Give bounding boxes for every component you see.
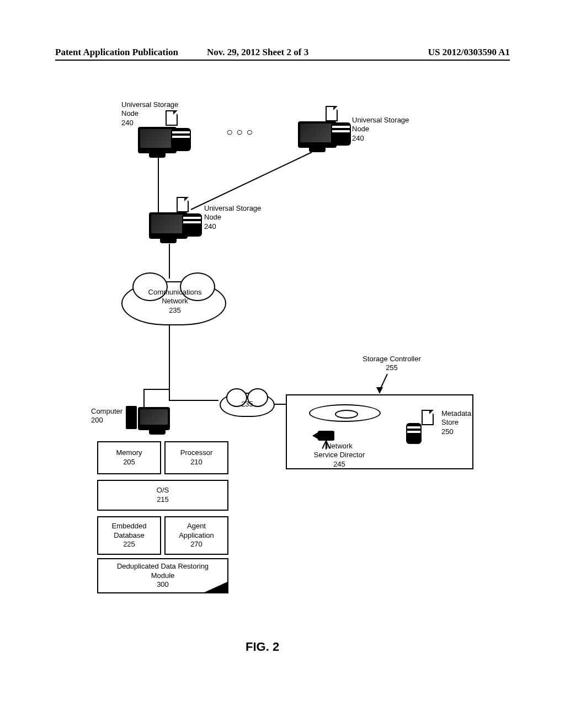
connector-line <box>169 400 218 401</box>
cloud-main-ref: 235 <box>169 306 181 314</box>
storage-controller-label-text: Storage Controller <box>363 355 421 363</box>
connector-svg <box>55 83 510 303</box>
embedded-label-line2: Database <box>114 531 145 539</box>
disk-icon <box>309 404 381 422</box>
computer-label: Computer 200 <box>91 407 122 425</box>
computer-ref: 200 <box>91 416 103 424</box>
metadata-store-label-line2: Store <box>441 418 459 426</box>
agent-ref: 270 <box>190 540 202 548</box>
nsd-label-line1: Network <box>326 442 353 450</box>
memory-label: Memory <box>116 448 142 457</box>
figure-caption: FIG. 2 <box>246 640 279 654</box>
metadata-store-label-line1: Metadata <box>441 409 471 417</box>
cloud-small-ref-label: 235 <box>232 400 263 409</box>
cloud-main-label-line2: Network <box>162 297 188 305</box>
nsd-label-line2: Service Director <box>314 451 365 459</box>
metadata-store-label: Metadata Store 250 <box>441 409 471 436</box>
storage-controller-label: Storage Controller 255 <box>353 355 430 373</box>
dedup-label-line1: Deduplicated Data Restoring <box>117 562 209 570</box>
processor-ref: 210 <box>190 458 202 466</box>
processor-label: Processor <box>180 448 213 457</box>
nsd-ref: 245 <box>333 460 345 468</box>
os-ref: 215 <box>157 495 169 504</box>
embedded-db-box: Embedded Database 225 <box>97 516 161 555</box>
camera-icon <box>318 431 334 441</box>
embedded-label-line1: Embedded <box>112 522 147 530</box>
memory-box: Memory 205 <box>97 441 161 474</box>
monitor-icon <box>138 407 170 430</box>
nsd-label: Network Service Director 245 <box>303 442 375 469</box>
tower-icon <box>126 406 137 429</box>
dedup-label-line2: Module <box>151 571 175 580</box>
storage-controller-ref: 255 <box>386 363 398 372</box>
page-icon <box>422 410 434 425</box>
cloud-main-label-line1: Communications <box>148 288 202 296</box>
svg-line-0 <box>191 152 312 210</box>
metadata-store-ref: 250 <box>441 427 454 436</box>
page-header: Patent Application Publication Nov. 29, … <box>0 47 565 58</box>
header-center: Nov. 29, 2012 Sheet 2 of 3 <box>207 47 308 58</box>
agent-label-line1: Agent <box>187 522 206 530</box>
embedded-ref: 225 <box>123 540 135 548</box>
agent-label-line2: Application <box>179 531 214 539</box>
agent-app-box: Agent Application 270 <box>164 516 228 555</box>
computer-label-text: Computer <box>91 407 122 415</box>
header-right: US 2012/0303590 A1 <box>428 47 510 58</box>
os-box: O/S 215 <box>97 480 228 511</box>
processor-box: Processor 210 <box>164 441 228 474</box>
memory-ref: 205 <box>123 458 135 466</box>
figure-2-diagram: Universal Storage Node 240 ○○○ Universal… <box>55 83 510 662</box>
header-rule <box>55 60 510 61</box>
corner-triangle-icon <box>202 581 228 593</box>
arrowhead-icon <box>376 387 383 394</box>
connector-line <box>143 389 170 390</box>
connector-line <box>275 404 286 405</box>
dedup-ref: 300 <box>157 580 169 588</box>
connector-line <box>169 244 170 279</box>
dedup-module-box: Deduplicated Data Restoring Module 300 <box>97 558 228 593</box>
connector-line <box>143 389 145 408</box>
cloud-main-label: Communications Network 235 <box>139 288 211 315</box>
header-left: Patent Application Publication <box>55 47 178 58</box>
os-label: O/S <box>157 486 169 494</box>
disk-stack-icon <box>406 423 422 444</box>
